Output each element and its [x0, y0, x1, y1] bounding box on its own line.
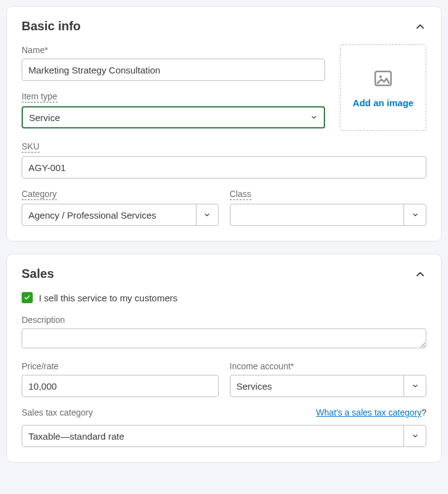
category-select[interactable]: Agency / Professional Services: [22, 204, 219, 226]
item-type-value: Service: [29, 112, 60, 123]
sales-tax-help-link[interactable]: What's a sales tax category: [316, 408, 421, 417]
sku-input[interactable]: [22, 156, 426, 178]
category-dropdown-button[interactable]: [196, 204, 218, 225]
description-textarea[interactable]: [22, 329, 426, 348]
chevron-down-icon: [412, 211, 419, 219]
class-dropdown-button[interactable]: [404, 204, 426, 225]
basic-info-collapse-toggle[interactable]: [414, 20, 426, 33]
basic-info-header: Basic info: [22, 19, 426, 33]
sku-field-group: SKU: [22, 141, 426, 178]
price-input[interactable]: [22, 375, 219, 397]
income-account-field-group: Income account* Services: [230, 361, 427, 397]
chevron-down-icon: [310, 114, 318, 121]
class-value: [230, 204, 404, 225]
description-field-group: Description: [22, 314, 426, 351]
chevron-up-icon: [414, 20, 426, 33]
price-label: Price/rate: [22, 361, 59, 371]
sales-title: Sales: [22, 267, 54, 281]
sales-header: Sales: [22, 267, 426, 281]
basic-info-card: Basic info Name* Item type Service Add a…: [6, 6, 442, 241]
item-type-label: Item type: [22, 91, 57, 103]
basic-info-title: Basic info: [22, 19, 81, 33]
category-label: Category: [22, 189, 57, 200]
sales-tax-field-group: Sales tax category What's a sales tax ca…: [22, 407, 426, 447]
sell-checkbox-label: I sell this service to my customers: [39, 293, 177, 303]
chevron-down-icon: [412, 382, 419, 390]
class-select[interactable]: [230, 204, 427, 226]
name-input[interactable]: [22, 59, 325, 81]
chevron-down-icon: [412, 432, 419, 440]
income-account-select[interactable]: Services: [230, 375, 427, 397]
chevron-down-icon: [203, 211, 211, 219]
name-label: Name*: [22, 45, 48, 55]
class-field-group: Class: [230, 188, 427, 226]
class-label: Class: [230, 189, 251, 200]
description-label: Description: [22, 315, 65, 325]
add-image-label: Add an image: [353, 98, 413, 108]
income-account-dropdown-button[interactable]: [404, 375, 426, 396]
add-image-dropzone[interactable]: Add an image: [340, 44, 426, 131]
check-icon: [23, 294, 31, 301]
name-field-group: Name*: [22, 44, 325, 81]
category-field-group: Category Agency / Professional Services: [22, 188, 219, 226]
sales-tax-dropdown-button[interactable]: [404, 425, 426, 446]
sales-collapse-toggle[interactable]: [414, 268, 426, 280]
sku-label: SKU: [22, 141, 40, 153]
item-type-select[interactable]: Service: [22, 106, 325, 128]
sell-checkbox-row: I sell this service to my customers: [22, 292, 426, 303]
sales-tax-label: Sales tax category: [22, 408, 93, 417]
income-account-value: Services: [230, 375, 404, 396]
sales-card: Sales I sell this service to my customer…: [6, 254, 442, 463]
income-account-label: Income account*: [230, 361, 294, 371]
image-placeholder-icon: [373, 68, 394, 89]
sales-tax-help-wrapper: What's a sales tax category?: [316, 407, 426, 418]
sell-checkbox[interactable]: [22, 292, 33, 303]
category-value: Agency / Professional Services: [22, 204, 196, 225]
sales-tax-value: Taxable—standard rate: [22, 425, 404, 446]
sales-tax-select[interactable]: Taxable—standard rate: [22, 425, 426, 447]
price-field-group: Price/rate: [22, 361, 219, 397]
chevron-up-icon: [414, 268, 426, 280]
item-type-field-group: Item type Service: [22, 91, 325, 128]
